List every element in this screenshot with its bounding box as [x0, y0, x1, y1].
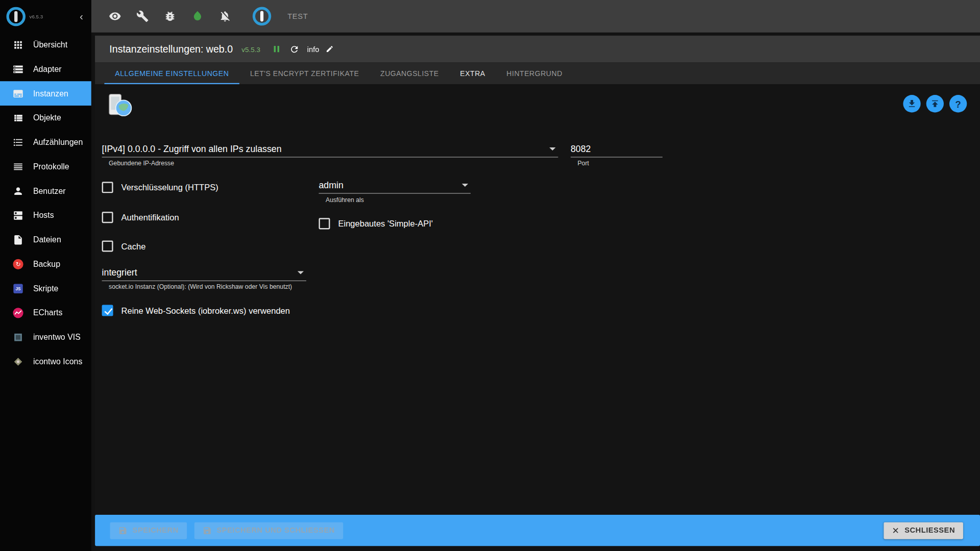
visibility-icon[interactable] — [109, 10, 121, 22]
hosts-icon — [12, 210, 23, 221]
help-button[interactable]: ? — [949, 95, 967, 112]
sidebar-item-inventwo-vis[interactable]: inventwo VIS — [0, 325, 91, 349]
sidebar-item-benutzer[interactable]: Benutzer — [0, 179, 91, 203]
save-and-close-button-label: SPEICHERN UND SCHLIESSEN — [216, 526, 334, 535]
save-button-label: SPEICHERN — [133, 526, 179, 535]
bound-ip-value: [IPv4] 0.0.0.0 - Zugriff von allen IPs z… — [102, 144, 282, 154]
chevron-down-icon — [549, 147, 555, 150]
save-and-close-button[interactable]: SPEICHERN UND SCHLIESSEN — [194, 522, 342, 539]
download-config-button[interactable] — [903, 95, 920, 112]
notifications-off-icon[interactable] — [219, 10, 231, 22]
sidebar-item-label: Protokolle — [33, 162, 69, 171]
host-status-icon[interactable] — [191, 10, 204, 22]
restart-instance-icon[interactable] — [289, 44, 300, 54]
authentication-checkbox[interactable]: Authentifikation — [102, 212, 179, 223]
socketio-value: integriert — [102, 267, 137, 278]
cache-checkbox[interactable]: Cache — [102, 240, 146, 252]
admin-version-label: v6.5.3 — [30, 13, 43, 19]
run-as-label: Ausführen als — [326, 196, 364, 203]
bound-ip-select[interactable]: [IPv4] 0.0.0.0 - Zugriff von allen IPs z… — [102, 141, 558, 158]
iobroker-logo-small — [5, 5, 27, 27]
host-name-label: TEST — [287, 12, 308, 20]
run-as-select[interactable]: admin — [318, 177, 471, 194]
sidebar-item-objekte[interactable]: Objekte — [0, 106, 91, 130]
close-button-label: SCHLIESSEN — [904, 526, 955, 535]
sidebar-item-hosts[interactable]: Hosts — [0, 203, 91, 228]
files-icon — [12, 234, 23, 245]
question-mark-icon: ? — [955, 98, 961, 109]
save-icon — [118, 525, 127, 535]
bug-report-icon[interactable] — [164, 10, 176, 22]
tab-lets-encrypt-zertifikate[interactable]: LET'S ENCRYPT ZERTIFIKATE — [239, 62, 370, 84]
chevron-down-icon — [298, 271, 304, 274]
icontwo-icons-icon — [12, 356, 23, 367]
sidebar-item-label: Hosts — [33, 211, 54, 220]
adapter-version-label: v5.5.3 — [241, 45, 260, 53]
svg-text:↻: ↻ — [16, 260, 21, 267]
port-label: Port — [577, 160, 589, 166]
pure-websockets-checkbox[interactable]: Reine Web-Sockets (iobroker.ws) verwende… — [102, 305, 290, 316]
simple-api-checkbox[interactable]: Eingebautes 'Simple-API' — [318, 218, 432, 229]
socketio-instance-select[interactable]: integriert — [102, 264, 306, 281]
tab-zugangsliste[interactable]: ZUGANGSLISTE — [370, 62, 449, 84]
port-input[interactable]: 8082 — [571, 141, 663, 158]
inventwo-vis-icon — [12, 332, 23, 343]
sidebar-item-instanzen[interactable]: Instanzen — [0, 81, 91, 106]
https-label: Verschlüsselung (HTTPS) — [121, 183, 218, 192]
checkbox-icon — [102, 212, 113, 223]
simple-api-label: Eingebautes 'Simple-API' — [338, 219, 433, 228]
instance-info-link[interactable]: info — [307, 45, 320, 54]
save-icon — [202, 525, 211, 535]
tab-extra[interactable]: EXTRA — [450, 62, 496, 84]
instances-icon — [12, 88, 23, 99]
app-root: TEST v6.5.3 ‹ Übersicht Adapter Instanze… — [0, 0, 980, 551]
sidebar-item-label: inventwo VIS — [33, 332, 81, 341]
checkbox-icon — [102, 182, 113, 193]
save-button[interactable]: SPEICHERN — [110, 522, 187, 539]
sidebar-item-label: Instanzen — [33, 89, 68, 98]
checkbox-icon — [102, 305, 113, 316]
dialog-footer: SPEICHERN SPEICHERN UND SCHLIESSEN ✕ SCH… — [95, 515, 980, 546]
sidebar: v6.5.3 ‹ Übersicht Adapter Instanzen Obj… — [0, 0, 91, 551]
overview-grid-icon — [12, 39, 23, 51]
sidebar-item-icontwo-icons[interactable]: icontwo Icons — [0, 349, 91, 373]
iobroker-logo — [251, 6, 273, 27]
objects-icon — [12, 112, 23, 123]
web-adapter-icon — [105, 92, 134, 121]
sidebar-item-label: ECharts — [33, 308, 63, 317]
sidebar-item-aufzaehlungen[interactable]: Aufzählungen — [0, 130, 91, 155]
backup-icon: ↻ — [12, 258, 23, 269]
authentication-label: Authentifikation — [121, 213, 179, 222]
edit-icon[interactable] — [326, 45, 334, 53]
sidebar-item-label: Backup — [33, 259, 60, 268]
logs-icon — [12, 161, 23, 172]
sidebar-item-backup[interactable]: ↻ Backup — [0, 252, 91, 276]
sidebar-item-label: Dateien — [33, 235, 61, 244]
sidebar-item-label: icontwo Icons — [33, 357, 82, 366]
port-value: 8082 — [571, 144, 591, 154]
checkbox-icon — [102, 240, 113, 252]
close-icon: ✕ — [892, 525, 900, 536]
close-button[interactable]: ✕ SCHLIESSEN — [884, 522, 963, 539]
sidebar-item-uebersicht[interactable]: Übersicht — [0, 33, 91, 57]
sidebar-item-label: Benutzer — [33, 186, 66, 195]
pause-instance-icon[interactable] — [272, 44, 282, 55]
enums-icon — [12, 137, 23, 148]
wrench-icon[interactable] — [136, 10, 149, 22]
topbar: TEST — [91, 0, 980, 33]
sidebar-item-label: Skripte — [33, 284, 59, 293]
sidebar-item-echarts[interactable]: ECharts — [0, 300, 91, 325]
instance-settings-header: Instanzeinstellungen: web.0 v5.5.3 info — [95, 36, 980, 63]
collapse-sidebar-icon[interactable]: ‹ — [80, 11, 83, 21]
https-checkbox[interactable]: Verschlüsselung (HTTPS) — [102, 182, 218, 193]
sidebar-item-adapter[interactable]: Adapter — [0, 57, 91, 81]
upload-config-button[interactable] — [926, 95, 944, 112]
sidebar-item-skripte[interactable]: JS Skripte — [0, 276, 91, 300]
sidebar-item-label: Aufzählungen — [33, 137, 83, 146]
sidebar-item-dateien[interactable]: Dateien — [0, 228, 91, 252]
cache-label: Cache — [121, 241, 146, 251]
pure-websockets-label: Reine Web-Sockets (iobroker.ws) verwende… — [121, 306, 290, 315]
sidebar-item-protokolle[interactable]: Protokolle — [0, 154, 91, 179]
tab-allgemeine-einstellungen[interactable]: ALLGEMEINE EINSTELLUNGEN — [104, 62, 239, 84]
tab-hintergrund[interactable]: HINTERGRUND — [496, 62, 573, 84]
